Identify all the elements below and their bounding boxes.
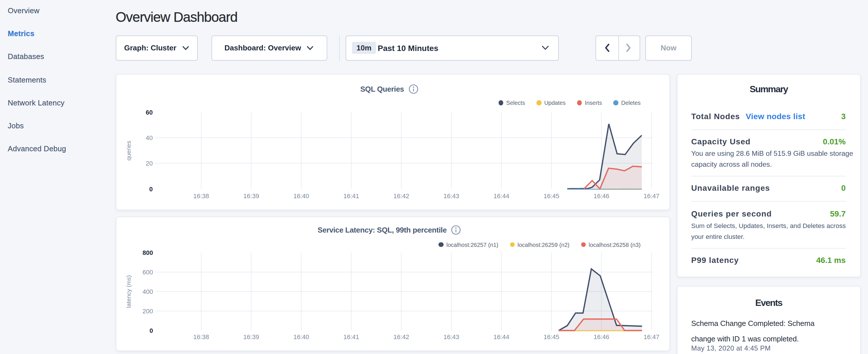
svg-text:16:40: 16:40 xyxy=(293,192,309,200)
svg-text:16:46: 16:46 xyxy=(593,192,609,200)
svg-text:16:42: 16:42 xyxy=(393,192,409,200)
svg-text:400: 400 xyxy=(143,288,153,295)
svg-text:16:38: 16:38 xyxy=(193,192,209,200)
svg-text:600: 600 xyxy=(143,268,153,276)
svg-text:16:38: 16:38 xyxy=(193,333,209,340)
svg-text:16:41: 16:41 xyxy=(343,333,359,340)
svg-text:16:46: 16:46 xyxy=(593,333,609,340)
svg-text:60: 60 xyxy=(146,109,152,116)
svg-text:16:44: 16:44 xyxy=(493,333,509,340)
svg-text:queries: queries xyxy=(125,141,132,161)
svg-text:16:40: 16:40 xyxy=(293,333,309,340)
svg-text:200: 200 xyxy=(143,307,153,315)
svg-text:0: 0 xyxy=(149,186,152,193)
svg-text:latency (ms): latency (ms) xyxy=(125,275,132,308)
svg-text:800: 800 xyxy=(143,249,153,256)
svg-text:16:47: 16:47 xyxy=(643,333,659,340)
svg-text:0: 0 xyxy=(149,327,153,334)
svg-text:40: 40 xyxy=(146,134,152,141)
svg-text:16:39: 16:39 xyxy=(243,333,259,340)
svg-text:20: 20 xyxy=(146,160,152,167)
svg-text:16:45: 16:45 xyxy=(543,333,559,340)
svg-text:16:45: 16:45 xyxy=(543,192,559,200)
svg-text:16:41: 16:41 xyxy=(343,192,359,200)
svg-text:16:44: 16:44 xyxy=(493,192,509,200)
svg-text:16:47: 16:47 xyxy=(643,192,659,200)
svg-text:16:43: 16:43 xyxy=(443,333,459,340)
svg-text:16:39: 16:39 xyxy=(243,192,259,200)
svg-text:16:43: 16:43 xyxy=(443,192,459,200)
svg-text:16:42: 16:42 xyxy=(393,333,409,340)
